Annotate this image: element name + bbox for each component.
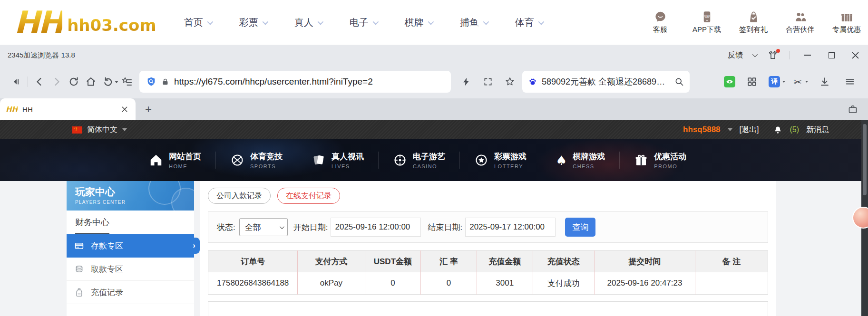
query-button[interactable]: 查询 bbox=[565, 218, 595, 237]
main-nav-casino[interactable]: 电子游艺CASINO bbox=[379, 151, 459, 169]
cell-usdt-amount: 0 bbox=[365, 272, 421, 295]
translate-dropdown-caret[interactable] bbox=[782, 81, 785, 83]
bell-icon[interactable] bbox=[773, 125, 782, 134]
withdraw-coins-icon bbox=[74, 264, 84, 274]
sidebar-item-label: 取款专区 bbox=[91, 264, 123, 275]
apps-grid-button[interactable] bbox=[743, 73, 761, 90]
main-nav-sports[interactable]: 体育竞技SPORTS bbox=[216, 151, 297, 169]
records-table: 订单号 支付方式 USDT金额 汇 率 充值金额 充值状态 提交时间 备 注 1 bbox=[208, 250, 768, 295]
browser-tab-hh[interactable]: HH HH bbox=[0, 98, 136, 120]
bookmark-star-button[interactable] bbox=[501, 73, 518, 90]
main-nav-lives[interactable]: 真人视讯LIVES bbox=[297, 151, 378, 169]
new-messages-link[interactable]: 新消息 bbox=[806, 125, 829, 135]
username-link[interactable]: hhsq5888 bbox=[683, 125, 720, 134]
site-nav-fishing[interactable]: 捕鱼 bbox=[460, 16, 488, 29]
nav-label: 电子 bbox=[350, 16, 369, 29]
skin-theme-button[interactable] bbox=[768, 50, 778, 60]
grid-icon bbox=[747, 77, 757, 87]
back-to-first-button[interactable] bbox=[8, 73, 25, 90]
forward-button[interactable] bbox=[48, 73, 65, 90]
language-selector[interactable]: 简体中文 bbox=[72, 125, 127, 135]
search-icon[interactable] bbox=[674, 77, 684, 86]
cell-exchange-rate: 0 bbox=[421, 272, 477, 295]
maximize-icon bbox=[829, 52, 835, 58]
favorites-list-button[interactable] bbox=[118, 73, 136, 90]
star-icon bbox=[505, 77, 515, 87]
lightning-icon bbox=[461, 77, 471, 86]
site-logo[interactable]: HH hh03.com bbox=[14, 8, 156, 37]
search-box[interactable]: 589092元善款 全额退还28689位网... bbox=[522, 71, 690, 93]
scissors-screenshot-button[interactable]: ✂ bbox=[793, 77, 802, 87]
gift-icon bbox=[634, 153, 648, 167]
browser-titlebar: 2345加速浏览器 13.8 反馈 bbox=[0, 45, 868, 65]
lottery-ball-icon bbox=[474, 153, 488, 167]
sidebar-item-label: 存款专区 bbox=[91, 240, 123, 251]
main-nav-chess[interactable]: ♠ 棋牌游戏CHESS bbox=[541, 151, 619, 169]
feedback-button[interactable]: 反馈 bbox=[728, 50, 756, 60]
download-button[interactable] bbox=[816, 73, 833, 90]
active-arrow-icon: › bbox=[188, 238, 200, 254]
search-query-text[interactable]: 589092元善款 全额退还28689位网... bbox=[542, 76, 670, 87]
home-button[interactable] bbox=[82, 73, 99, 90]
tab-online-payment-records[interactable]: 在线支付记录 bbox=[277, 188, 340, 204]
scissors-dropdown-caret[interactable] bbox=[805, 81, 808, 83]
logout-link[interactable]: [退出] bbox=[740, 125, 759, 135]
chevron-down-icon[interactable] bbox=[728, 128, 732, 131]
deposit-card-icon bbox=[74, 241, 84, 251]
main-nav-subtitle: HOME bbox=[169, 163, 201, 169]
quick-link-exclusive-offer[interactable]: 专属优惠 bbox=[832, 10, 861, 34]
start-date-label: 开始日期: bbox=[293, 222, 328, 233]
main-nav-subtitle: CHESS bbox=[573, 163, 605, 169]
screenshot-region-button[interactable] bbox=[479, 73, 497, 90]
crop-corners-icon bbox=[483, 77, 493, 86]
filter-bar: 状态: 全部 开始日期: 结束日期: 查询 bbox=[208, 211, 768, 243]
main-nav-lottery[interactable]: 彩票游戏LOTTERY bbox=[460, 151, 541, 169]
reload-button[interactable] bbox=[65, 73, 82, 90]
tab-company-deposit-records[interactable]: 公司入款记录 bbox=[208, 188, 271, 204]
header-recharge-amount: 充值金额 bbox=[477, 251, 533, 272]
quick-link-support[interactable]: 客服 bbox=[645, 10, 675, 34]
site-nav-lottery[interactable]: 彩票 bbox=[239, 16, 267, 29]
back-button[interactable] bbox=[31, 73, 48, 90]
site-nav-live[interactable]: 真人 bbox=[294, 16, 322, 29]
undo-close-button[interactable] bbox=[99, 73, 117, 90]
translate-button[interactable]: 译 bbox=[769, 76, 780, 87]
site-nav-sports[interactable]: 体育 bbox=[515, 16, 543, 29]
scrollbar-thumb[interactable] bbox=[863, 124, 867, 195]
header-submit-time: 提交时间 bbox=[595, 251, 695, 272]
skip-back-icon bbox=[11, 77, 21, 87]
status-select[interactable]: 全部 bbox=[239, 218, 288, 236]
next-section-stub bbox=[208, 301, 768, 316]
sidebar-item-withdraw[interactable]: 取款专区 bbox=[67, 258, 194, 281]
quick-link-signin-gift[interactable]: 签到有礼 bbox=[739, 10, 768, 34]
sidebar-item-recharge-history[interactable]: 充值记录 bbox=[67, 281, 194, 304]
chevron-down-icon bbox=[428, 19, 434, 25]
quick-link-partners[interactable]: 合营伙伴 bbox=[785, 10, 815, 34]
site-nav-slots[interactable]: 电子 bbox=[350, 16, 377, 29]
sidebar: 玩家中心 PLAYERS CENTER 财务中心 存款专区 › 取款专区 bbox=[67, 181, 194, 316]
address-bar[interactable]: https://yl675.com/hhcp/usercenter.html?i… bbox=[139, 71, 451, 93]
site-nav-chess[interactable]: 棋牌 bbox=[405, 16, 432, 29]
close-button[interactable] bbox=[849, 49, 861, 61]
maximize-button[interactable] bbox=[825, 49, 838, 61]
workspace-briefcase-icon[interactable] bbox=[848, 105, 858, 114]
new-tab-button[interactable]: + bbox=[140, 98, 156, 120]
quick-label: 签到有礼 bbox=[739, 25, 768, 34]
end-date-input[interactable] bbox=[465, 218, 556, 237]
main-nav-home[interactable]: 网站首页HOME bbox=[135, 151, 215, 169]
main-nav-subtitle: LOTTERY bbox=[494, 163, 527, 169]
url-text[interactable]: https://yl675.com/hhcp/usercenter.html?i… bbox=[174, 77, 373, 87]
undo-dropdown-caret[interactable] bbox=[115, 81, 118, 83]
quick-link-app-download[interactable]: APP APP下载 bbox=[692, 10, 722, 34]
main-nav-promo[interactable]: 优惠活动PROMO bbox=[620, 151, 701, 169]
cell-pay-method: okPay bbox=[298, 272, 365, 295]
eye-protect-button[interactable] bbox=[724, 76, 735, 87]
minimize-button[interactable] bbox=[801, 49, 814, 61]
start-date-input[interactable] bbox=[331, 218, 421, 237]
logo-domain-text: hh03.com bbox=[67, 16, 156, 35]
boost-button[interactable] bbox=[458, 73, 475, 90]
tab-close-button[interactable] bbox=[119, 104, 130, 115]
site-nav-home[interactable]: 首页 bbox=[184, 16, 212, 29]
sidebar-item-deposit[interactable]: 存款专区 › bbox=[67, 234, 194, 258]
main-menu-button[interactable] bbox=[841, 73, 858, 90]
